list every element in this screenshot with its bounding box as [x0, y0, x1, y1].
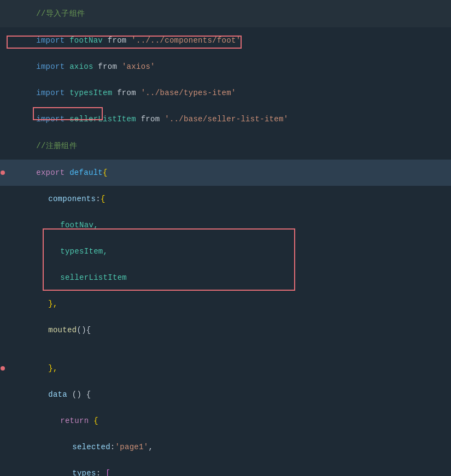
brace-close-1: },: [48, 299, 57, 308]
line-content-6: //注册组件: [5, 132, 451, 160]
code-line-11: sellerListItem: [0, 265, 451, 291]
code-line-1: //导入子组件: [0, 0, 451, 27]
code-line-8: components:{: [0, 186, 451, 212]
indicator-7: [1, 171, 5, 175]
import-sellerlist-path: '../base/seller-list-item': [165, 115, 288, 124]
colon-selected: :: [110, 443, 115, 451]
import-sellerlistitem: sellerListItem: [69, 115, 141, 124]
code-line-16: data () {: [0, 381, 451, 408]
code-line-18: selected:'page1',: [0, 434, 451, 460]
code-line-5: import sellerListItem from '../base/sell…: [0, 106, 451, 132]
code-line-13: mouted(){: [0, 317, 451, 343]
import-path: '../../components/foot': [131, 36, 241, 45]
line-content-9: footNav,: [5, 212, 451, 238]
indicator-15: [1, 366, 5, 371]
data-key: data: [48, 390, 72, 399]
code-line-2: import footNav from '../../components/fo…: [0, 27, 451, 54]
import-typesitem-path: '../base/types-item': [141, 89, 236, 97]
components-key: components: [48, 195, 96, 203]
from-keyword-3: from: [117, 89, 141, 97]
import-axios-path: 'axios': [122, 62, 155, 71]
line-content-5: import sellerListItem from '../base/sell…: [5, 106, 451, 132]
line-content-4: import typesItem from '../base/types-ite…: [5, 80, 451, 106]
line-content-12: },: [5, 291, 451, 317]
import-typesitem: typesItem: [69, 89, 117, 97]
line-content-17: return {: [5, 408, 451, 434]
code-line-14: [0, 343, 451, 355]
brace-open-2: {: [101, 195, 106, 203]
from-keyword-2: from: [98, 62, 122, 71]
import-axios: axios: [69, 62, 98, 71]
line-content-14: [5, 345, 451, 354]
code-line-9: footNav,: [0, 212, 451, 238]
colon-1: :: [96, 195, 101, 203]
code-line-3: import axios from 'axios': [0, 54, 451, 80]
line-content-1: //导入子组件: [5, 0, 451, 27]
brace-open: {: [103, 168, 108, 177]
keyword-default: default: [69, 168, 103, 177]
code-line-4: import typesItem from '../base/types-ite…: [0, 80, 451, 106]
colon-types: :: [96, 469, 106, 476]
gutter-15: [0, 366, 5, 371]
keyword-import-4: import: [36, 115, 69, 124]
from-keyword: from: [108, 36, 132, 45]
line-content-10: typesItem,: [5, 238, 451, 265]
sellerlistitem-value: sellerListItem: [60, 273, 127, 282]
mouted-parens: (){: [77, 326, 91, 334]
import-footnav: footNav: [69, 36, 108, 45]
comment-text: //导入子组件: [36, 9, 85, 18]
line-content-16: data () {: [5, 381, 451, 408]
line-content-18: selected:'page1',: [5, 434, 451, 460]
code-line-7: export default{: [0, 160, 451, 186]
comma-selected: ,: [148, 443, 153, 451]
code-line-10: typesItem,: [0, 238, 451, 265]
keyword-export: export: [36, 168, 69, 177]
bracket-open: [: [106, 469, 110, 476]
from-keyword-4: from: [141, 115, 165, 124]
typesitem-value: typesItem,: [60, 247, 108, 256]
types-key: types: [72, 469, 96, 476]
code-line-12: },: [0, 291, 451, 317]
keyword-return: return: [60, 416, 93, 425]
line-content-7: export default{: [5, 160, 451, 186]
line-content-11: sellerListItem: [5, 265, 451, 291]
gutter-7: [0, 171, 5, 175]
line-content-15: },: [5, 355, 451, 381]
code-editor: //导入子组件 import footNav from '../../compo…: [0, 0, 451, 476]
line-content-19: types: [: [5, 460, 451, 476]
line-content-13: mouted(){: [5, 317, 451, 343]
keyword-import-3: import: [36, 89, 69, 97]
line-content-8: components:{: [5, 186, 451, 212]
selected-value: 'page1': [115, 443, 149, 451]
footnav-value: footNav,: [60, 221, 98, 230]
line-content-2: import footNav from '../../components/fo…: [5, 27, 451, 54]
brace-return: {: [93, 416, 98, 425]
keyword-import-2: import: [36, 62, 69, 71]
mouted-fn: mouted: [48, 326, 77, 334]
code-line-15: },: [0, 355, 451, 381]
comment-register: //注册组件: [36, 142, 77, 150]
code-line-19: types: [: [0, 460, 451, 476]
code-line-17: return {: [0, 408, 451, 434]
data-parens: () {: [72, 390, 91, 399]
keyword-import: import: [36, 36, 69, 45]
brace-close-2: },: [48, 364, 57, 373]
line-content-3: import axios from 'axios': [5, 54, 451, 80]
code-line-6: //注册组件: [0, 132, 451, 160]
selected-key: selected: [72, 443, 110, 451]
